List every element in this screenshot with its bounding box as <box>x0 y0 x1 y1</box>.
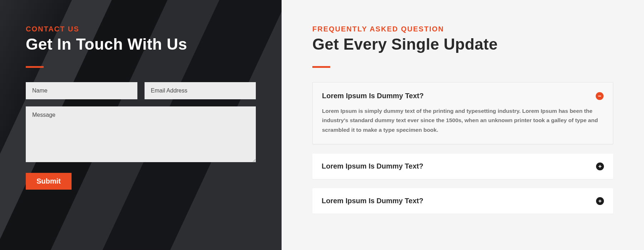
divider <box>26 66 44 68</box>
svg-rect-0 <box>598 96 601 96</box>
submit-button[interactable]: Submit <box>26 173 72 190</box>
svg-rect-2 <box>600 165 600 168</box>
faq-section: FREQUENTLY ASKED QUESTION Get Every Sing… <box>282 0 644 250</box>
plus-icon[interactable] <box>596 197 604 205</box>
faq-item[interactable]: Lorem Ipsum Is Dummy Text? <box>312 188 613 214</box>
faq-item[interactable]: Lorem Ipsum Is Dummy Text? <box>312 154 613 179</box>
minus-icon[interactable] <box>596 92 604 100</box>
email-input[interactable] <box>145 82 256 99</box>
faq-eyebrow: FREQUENTLY ASKED QUESTION <box>312 25 613 33</box>
contact-section: CONTACT US Get In Touch With Us Submit <box>0 0 282 250</box>
message-textarea[interactable] <box>26 106 256 162</box>
contact-heading: Get In Touch With Us <box>26 35 256 53</box>
faq-item[interactable]: Lorem Ipsum Is Dummy Text? Lorem Ipsum i… <box>312 82 613 144</box>
faq-answer: Lorem Ipsum is simply dummy text of the … <box>322 106 604 135</box>
svg-rect-4 <box>600 200 600 202</box>
form-row <box>26 82 256 99</box>
faq-question: Lorem Ipsum Is Dummy Text? <box>322 197 423 205</box>
plus-icon[interactable] <box>596 162 604 170</box>
divider <box>312 66 330 68</box>
faq-question: Lorem Ipsum Is Dummy Text? <box>322 162 423 170</box>
faq-heading: Get Every Single Update <box>312 35 613 53</box>
faq-question: Lorem Ipsum Is Dummy Text? <box>322 92 424 100</box>
contact-eyebrow: CONTACT US <box>26 25 256 33</box>
name-input[interactable] <box>26 82 137 99</box>
faq-list: Lorem Ipsum Is Dummy Text? Lorem Ipsum i… <box>312 82 613 214</box>
